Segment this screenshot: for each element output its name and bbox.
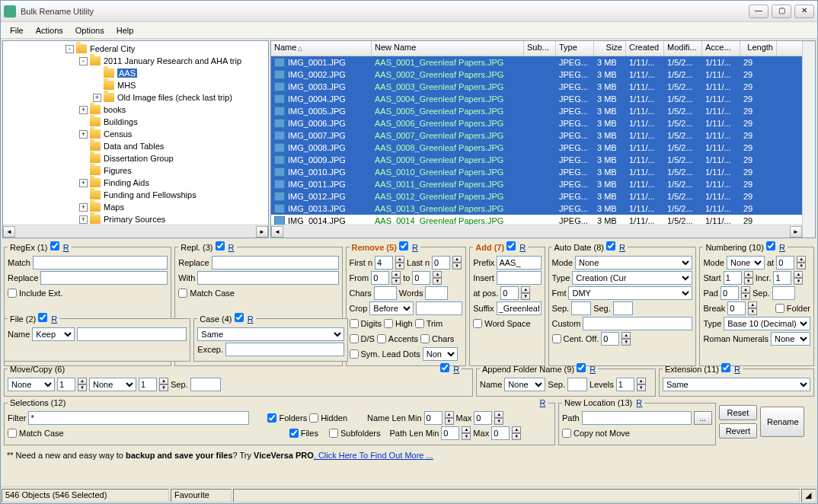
autodate-enable[interactable]: [606, 241, 615, 250]
remove-lastn[interactable]: [432, 256, 450, 270]
list-vscroll[interactable]: [802, 41, 815, 238]
selections-namemax-input[interactable]: [474, 411, 492, 425]
selections-pathmin-input[interactable]: [441, 426, 459, 440]
remove-accents[interactable]: [377, 334, 386, 343]
newlocation-copynotmove[interactable]: [562, 429, 571, 438]
tree-item[interactable]: +Maps: [5, 201, 267, 213]
remove-digits[interactable]: [350, 319, 359, 328]
tree-hscroll[interactable]: ◄►: [3, 225, 268, 238]
remove-high[interactable]: [384, 319, 393, 328]
numbering-sep-input[interactable]: [772, 286, 795, 300]
col-type[interactable]: Type: [556, 41, 594, 56]
remove-crop-select[interactable]: Before: [369, 301, 414, 315]
file-row[interactable]: IMG_0007.JPGAAS_0007_Greenleaf Papers.JP…: [271, 129, 802, 142]
remove-leaddots-select[interactable]: Non: [423, 347, 458, 361]
appendfolder-levels-input[interactable]: [616, 378, 634, 391]
tree-item[interactable]: +Old Image files (check last trip): [5, 91, 267, 104]
file-row[interactable]: IMG_0006.JPGAAS_0006_Greenleaf Papers.JP…: [271, 117, 802, 129]
autodate-mode-select[interactable]: None: [575, 256, 692, 270]
promo-link[interactable]: . Click Here To Find Out More ...: [314, 451, 433, 460]
movecopy-n1[interactable]: [57, 378, 75, 391]
col-modified[interactable]: Modifi...: [664, 41, 702, 56]
add-prefix-input[interactable]: [497, 256, 541, 270]
resize-grip[interactable]: ◢: [801, 489, 816, 502]
folder-tree[interactable]: -Federal City-2011 January Research and …: [3, 41, 268, 225]
file-enable[interactable]: [38, 313, 47, 322]
file-row[interactable]: IMG_0003.JPGAAS_0003_Greenleaf Papers.JP…: [271, 81, 802, 93]
repl-enable[interactable]: [216, 241, 225, 250]
tree-item[interactable]: AAS: [5, 67, 267, 79]
selections-namemin-input[interactable]: [424, 411, 443, 425]
numbering-reset[interactable]: R: [779, 243, 785, 252]
movecopy-mode2[interactable]: None: [89, 378, 136, 391]
file-row[interactable]: IMG_0001.JPGAAS_0001_Greenleaf Papers.JP…: [271, 56, 802, 69]
movecopy-n2[interactable]: [139, 378, 157, 391]
appendfolder-name-select[interactable]: None: [504, 378, 545, 391]
autodate-custom-input[interactable]: [583, 317, 692, 330]
autodate-type-select[interactable]: Creation (Cur: [572, 271, 692, 285]
tree-item[interactable]: -2011 January Research and AHA trip: [5, 55, 267, 67]
regex-reset[interactable]: R: [63, 243, 69, 252]
file-row[interactable]: IMG_0005.JPGAAS_0005_Greenleaf Papers.JP…: [271, 105, 802, 117]
remove-trim[interactable]: [415, 319, 424, 328]
repl-matchcase[interactable]: [178, 289, 187, 298]
appendfolder-reset[interactable]: R: [590, 365, 596, 374]
menu-help[interactable]: Help: [110, 24, 140, 37]
file-row[interactable]: IMG_0010.JPGAAS_0010_Greenleaf Papers.JP…: [271, 166, 802, 178]
numbering-incr-input[interactable]: [773, 271, 791, 285]
tree-item[interactable]: Data and Tables: [5, 140, 267, 152]
menu-actions[interactable]: Actions: [30, 24, 69, 37]
regex-match-input[interactable]: [33, 256, 168, 270]
case-mode-select[interactable]: Same: [197, 327, 344, 341]
autodate-cent[interactable]: [552, 334, 561, 343]
add-atpos-input[interactable]: [500, 286, 519, 300]
newlocation-reset[interactable]: R: [636, 398, 642, 407]
numbering-at-input[interactable]: [776, 256, 794, 270]
tree-item[interactable]: Funding and Fellowships: [5, 189, 267, 201]
selections-folders[interactable]: [267, 413, 276, 423]
remove-ds[interactable]: [350, 334, 359, 343]
autodate-seg-input[interactable]: [613, 301, 633, 315]
newlocation-path-input[interactable]: [582, 411, 692, 425]
file-reset[interactable]: R: [51, 314, 57, 324]
tree-root[interactable]: -Federal City: [5, 43, 267, 55]
col-created[interactable]: Created: [626, 41, 664, 56]
remove-to[interactable]: [412, 271, 430, 285]
col-sub[interactable]: Sub...: [524, 41, 556, 56]
reset-button[interactable]: Reset: [719, 405, 757, 420]
newlocation-browse-button[interactable]: ...: [694, 411, 712, 425]
repl-with-input[interactable]: [197, 271, 338, 285]
movecopy-reset[interactable]: R: [453, 365, 459, 374]
selections-matchcase[interactable]: [8, 429, 17, 438]
numbering-roman-select[interactable]: None: [771, 332, 810, 346]
movecopy-sep-input[interactable]: [190, 378, 221, 391]
file-row[interactable]: IMG_0013.JPGAAS_0013_Greenleaf Papers.JP…: [271, 203, 802, 215]
regex-enable[interactable]: [50, 241, 59, 250]
menu-file[interactable]: File: [4, 24, 30, 37]
col-length[interactable]: Length: [740, 41, 777, 56]
col-newname[interactable]: New Name: [372, 41, 524, 56]
tree-item[interactable]: +Finding Aids: [5, 177, 267, 189]
close-button[interactable]: ✕: [794, 5, 814, 18]
regex-include-ext[interactable]: [8, 289, 17, 298]
maximize-button[interactable]: ▢: [772, 5, 791, 18]
tree-item[interactable]: +Primary Sources: [5, 213, 267, 225]
remove-crop-input[interactable]: [416, 301, 462, 315]
remove-words-input[interactable]: [425, 286, 448, 300]
numbering-type-select[interactable]: Base 10 (Decimal): [724, 317, 810, 330]
tree-item[interactable]: +Census: [5, 128, 267, 140]
list-hscroll[interactable]: ◄►: [271, 225, 802, 238]
autodate-reset[interactable]: R: [619, 243, 625, 252]
numbering-enable[interactable]: [766, 241, 775, 250]
tree-item[interactable]: Buildings: [5, 116, 267, 128]
extension-reset[interactable]: R: [734, 365, 740, 374]
col-size[interactable]: Size: [594, 41, 626, 56]
numbering-folder[interactable]: [775, 304, 784, 313]
menu-options[interactable]: Options: [69, 24, 110, 37]
remove-from[interactable]: [371, 271, 389, 285]
add-enable[interactable]: [506, 241, 516, 250]
remove-enable[interactable]: [399, 241, 408, 250]
case-reset[interactable]: R: [248, 314, 254, 324]
tree-item[interactable]: MHS: [5, 79, 267, 91]
movecopy-enable[interactable]: [440, 363, 449, 372]
